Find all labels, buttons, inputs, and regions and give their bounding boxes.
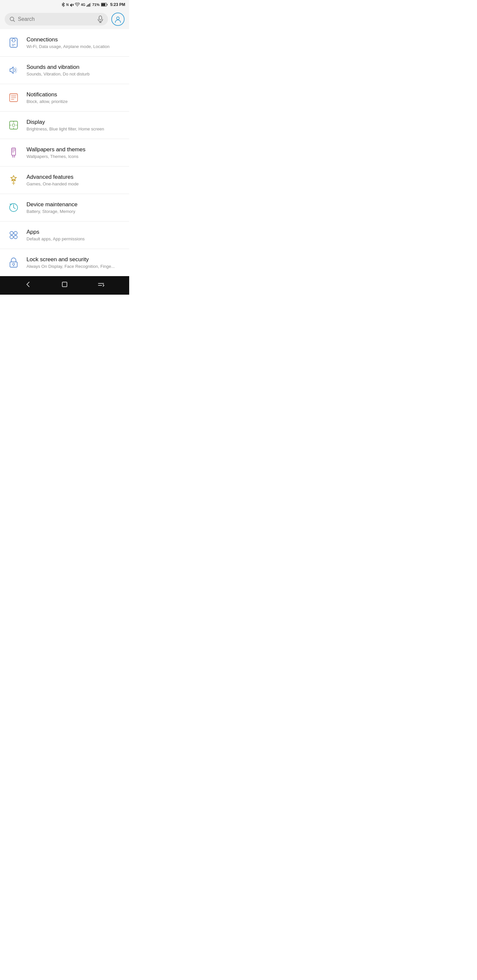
svg-point-38 <box>14 235 17 239</box>
sounds-icon <box>6 62 21 78</box>
svg-rect-5 <box>89 3 90 6</box>
lock-subtitle: Always On Display, Face Recognition, Fin… <box>27 264 123 269</box>
search-input-wrap[interactable] <box>5 13 108 25</box>
wallpapers-subtitle: Wallpapers, Themes, Icons <box>27 154 123 159</box>
settings-item-display[interactable]: Display Brightness, Blue light filter, H… <box>0 111 129 139</box>
svg-point-36 <box>14 231 17 235</box>
profile-avatar[interactable] <box>111 13 124 26</box>
settings-item-connections[interactable]: Connections Wi-Fi, Data usage, Airplane … <box>0 29 129 57</box>
svg-rect-3 <box>88 5 88 6</box>
status-bar: N 4G 71% 5:23 PM <box>0 0 129 9</box>
signal-icon <box>86 3 91 6</box>
status-time: 5:23 PM <box>110 2 125 7</box>
profile-icon <box>114 16 121 23</box>
connections-subtitle: Wi-Fi, Data usage, Airplane mode, Locati… <box>27 44 123 49</box>
battery-icon <box>101 3 108 6</box>
sounds-subtitle: Sounds, Vibration, Do not disturb <box>27 72 123 76</box>
wallpapers-title: Wallpapers and themes <box>27 146 123 153</box>
notifications-icon <box>6 90 21 105</box>
bluetooth-icon <box>61 2 65 7</box>
microphone-icon[interactable] <box>97 16 103 23</box>
notifications-title: Notifications <box>27 91 123 98</box>
device-text: Device maintenance Battery, Storage, Mem… <box>27 201 123 214</box>
settings-list: Connections Wi-Fi, Data usage, Airplane … <box>0 29 129 276</box>
connections-icon <box>6 35 21 50</box>
battery-percentage: 71% <box>93 3 100 6</box>
nfc-icon: N <box>66 3 69 6</box>
lock-title: Lock screen and security <box>27 256 123 263</box>
advanced-icon <box>6 172 21 188</box>
search-icon <box>9 16 15 22</box>
search-input[interactable] <box>18 16 95 22</box>
svg-rect-8 <box>101 3 105 6</box>
svg-point-37 <box>10 235 13 239</box>
settings-item-lock[interactable]: Lock screen and security Always On Displ… <box>0 249 129 276</box>
svg-line-11 <box>14 21 15 22</box>
connections-text: Connections Wi-Fi, Data usage, Airplane … <box>27 37 123 49</box>
svg-point-40 <box>13 263 14 265</box>
4g-icon: 4G <box>81 3 85 6</box>
display-subtitle: Brightness, Blue light filter, Home scre… <box>27 126 123 131</box>
svg-rect-2 <box>86 6 87 6</box>
recents-button[interactable] <box>61 281 68 290</box>
apps-icon <box>6 228 21 243</box>
svg-point-24 <box>12 124 15 126</box>
lock-text: Lock screen and security Always On Displ… <box>27 256 123 269</box>
device-maintenance-icon <box>6 200 21 215</box>
display-icon <box>6 118 21 133</box>
notifications-subtitle: Block, allow, prioritize <box>27 99 123 104</box>
sounds-title: Sounds and vibration <box>27 64 123 70</box>
search-bar-row <box>0 9 129 29</box>
menu-button[interactable] <box>97 281 105 290</box>
advanced-text: Advanced features Games, One-handed mode <box>27 174 123 186</box>
display-text: Display Brightness, Blue light filter, H… <box>27 119 123 131</box>
svg-rect-12 <box>99 16 102 20</box>
lock-icon <box>6 255 21 270</box>
svg-rect-16 <box>10 38 17 47</box>
nav-bar <box>0 276 129 295</box>
settings-item-wallpapers[interactable]: Wallpapers and themes Wallpapers, Themes… <box>0 139 129 167</box>
display-title: Display <box>27 119 123 126</box>
connections-title: Connections <box>27 37 123 43</box>
svg-rect-42 <box>62 282 67 287</box>
svg-rect-4 <box>88 4 89 6</box>
settings-item-apps[interactable]: Apps Default apps, App permissions <box>0 221 129 249</box>
svg-point-35 <box>10 231 13 235</box>
wifi-icon <box>75 3 80 7</box>
advanced-subtitle: Games, One-handed mode <box>27 181 123 186</box>
sounds-text: Sounds and vibration Sounds, Vibration, … <box>27 64 123 76</box>
svg-rect-6 <box>91 3 91 6</box>
svg-rect-22 <box>10 94 18 96</box>
advanced-title: Advanced features <box>27 174 123 180</box>
svg-point-15 <box>116 17 119 19</box>
apps-title: Apps <box>27 229 123 235</box>
notifications-text: Notifications Block, allow, prioritize <box>27 91 123 104</box>
settings-item-advanced[interactable]: Advanced features Games, One-handed mode <box>0 167 129 194</box>
device-title: Device maintenance <box>27 201 123 208</box>
apps-text: Apps Default apps, App permissions <box>27 229 123 241</box>
svg-point-10 <box>10 17 14 21</box>
settings-item-sounds[interactable]: Sounds and vibration Sounds, Vibration, … <box>0 57 129 84</box>
device-subtitle: Battery, Storage, Memory <box>27 209 123 214</box>
status-icons: N 4G <box>61 2 91 7</box>
back-button[interactable] <box>24 281 32 290</box>
mute-icon <box>70 3 74 7</box>
settings-item-notifications[interactable]: Notifications Block, allow, prioritize <box>0 84 129 111</box>
svg-rect-9 <box>107 4 107 5</box>
wallpapers-icon <box>6 145 21 160</box>
settings-item-device[interactable]: Device maintenance Battery, Storage, Mem… <box>0 194 129 221</box>
wallpapers-text: Wallpapers and themes Wallpapers, Themes… <box>27 146 123 159</box>
apps-subtitle: Default apps, App permissions <box>27 236 123 241</box>
